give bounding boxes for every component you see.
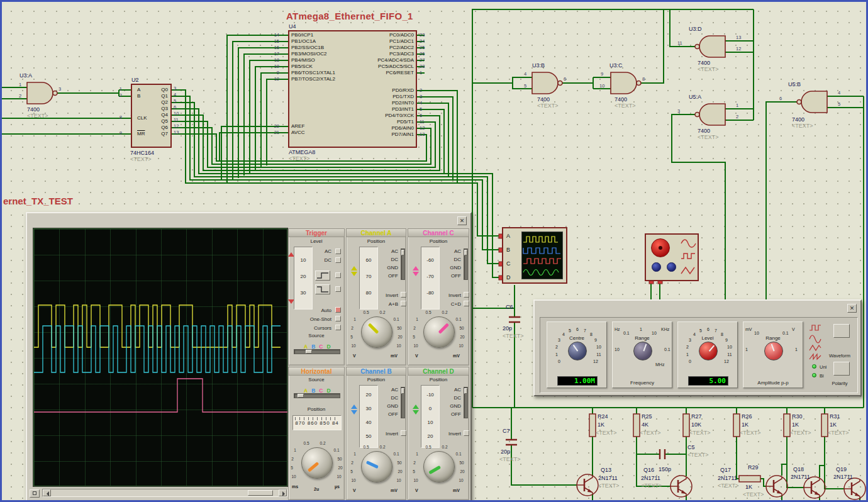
part-value: 1K — [598, 421, 604, 428]
falling-edge-select[interactable] — [335, 286, 341, 292]
close-icon[interactable]: ✕ — [457, 216, 467, 225]
resistor-r29[interactable] — [739, 476, 760, 482]
resistor-r25[interactable] — [633, 414, 640, 437]
polarity-button[interactable] — [833, 362, 850, 376]
part-text: <TEXT> — [743, 491, 764, 498]
u2-pin-num: 8 — [116, 114, 122, 120]
ac-button[interactable] — [335, 248, 341, 254]
gate-text: <TEXT> — [792, 123, 813, 129]
invert-button[interactable] — [401, 430, 406, 436]
pan-tool-button[interactable] — [30, 489, 40, 498]
invert-button[interactable] — [401, 292, 406, 298]
transistor-q16[interactable] — [670, 476, 692, 497]
scroll-left-icon[interactable] — [43, 489, 51, 496]
signal-generator-component[interactable] — [645, 233, 699, 281]
horizontal-source-slider[interactable] — [294, 393, 340, 398]
resistor-r24[interactable] — [589, 414, 596, 437]
transistor-q13[interactable] — [577, 474, 598, 496]
part-text: <TEXT> — [687, 452, 709, 458]
nand-gate-u5b[interactable] — [797, 91, 827, 113]
centre-dial: 0123456789101112 Centre 1.00M — [547, 321, 607, 388]
resistor-r31[interactable] — [821, 414, 828, 437]
transistor-q18[interactable] — [804, 477, 825, 498]
capacitor-c5[interactable] — [660, 449, 665, 459]
millivolt-unit: mV — [391, 488, 398, 493]
level-knob[interactable] — [699, 342, 718, 360]
part-ref: R29 — [748, 464, 759, 471]
nand-gate-u3d[interactable] — [695, 36, 725, 57]
falling-edge-button[interactable] — [315, 284, 330, 294]
part-text: <TEXT> — [598, 482, 620, 489]
capacitor-c7[interactable] — [506, 440, 517, 445]
nand-gate-u3a[interactable] — [27, 82, 57, 104]
part-ref: R24 — [598, 413, 608, 420]
trigger-source-slider[interactable] — [294, 349, 340, 354]
transistor-q17[interactable] — [766, 476, 787, 497]
coupling-slider[interactable] — [401, 387, 405, 418]
frequency-range-knob[interactable] — [633, 342, 652, 360]
position-down-arrow[interactable] — [413, 272, 419, 279]
scroll-right-icon[interactable] — [279, 489, 287, 496]
one-shot-button[interactable] — [335, 316, 341, 321]
coupling-labels: ACDCGNDOFF — [379, 386, 398, 418]
u2-text: <TEXT> — [130, 156, 152, 162]
position-up-arrow[interactable] — [351, 401, 357, 409]
generator-small-knob[interactable] — [652, 262, 661, 272]
invert-button[interactable] — [464, 292, 469, 298]
source-label: Source — [289, 333, 344, 338]
oscilloscope-screen — [33, 228, 287, 486]
rising-edge-select[interactable] — [335, 272, 341, 278]
u4-aref-numbers: 2021 — [270, 123, 279, 136]
centre-knob[interactable] — [568, 342, 587, 360]
u4-text: <TEXT> — [289, 155, 310, 162]
coupling-slider[interactable] — [401, 248, 405, 280]
transistor-q19[interactable] — [844, 478, 865, 499]
position-down-arrow[interactable] — [351, 272, 357, 279]
position-tape[interactable]: -1001020 — [421, 385, 440, 448]
resistor-r26[interactable] — [733, 414, 740, 437]
invert-button[interactable] — [464, 430, 469, 436]
generator-small-knob[interactable] — [667, 262, 676, 272]
cursors-button[interactable] — [335, 325, 341, 330]
coupling-slider[interactable] — [464, 248, 468, 280]
scrollbar-thumb[interactable] — [248, 490, 273, 496]
horizontal-position-tape[interactable]: 870 860 850 84 — [292, 415, 342, 430]
oscilloscope-component[interactable]: ABCD — [502, 227, 567, 284]
oscilloscope-window: ✕ Trigger Level 102030 AC DC Auto One-Sh… — [26, 212, 472, 502]
pin-num: 6 — [564, 76, 566, 82]
amplitude-range-knob[interactable] — [764, 342, 783, 360]
dc-button[interactable] — [335, 257, 341, 263]
trigger-level-tape[interactable]: 102030 — [294, 247, 313, 310]
mini-trace-yellow — [523, 237, 558, 242]
auto-button[interactable] — [335, 307, 341, 313]
u2-value: 74HC164 — [130, 150, 154, 156]
nand-gate-u3b[interactable] — [532, 72, 562, 94]
amplitude-range-dial: mV100.1V11 Range Amplitude p-p — [743, 321, 803, 388]
position-down-arrow[interactable] — [351, 410, 357, 418]
coupling-slider[interactable] — [464, 387, 468, 418]
position-up-arrow[interactable] — [413, 263, 419, 271]
close-icon[interactable]: ✕ — [847, 304, 857, 313]
sum-button[interactable] — [464, 301, 469, 306]
position-down-arrow[interactable] — [413, 410, 419, 418]
oscilloscope-channel-labels: ABCD — [506, 229, 511, 284]
position-tape[interactable]: 607080 — [359, 247, 378, 310]
part-value: 2N1711 — [598, 475, 618, 481]
u4-right-pin-names-bottom: PD0/RXDPD1/TXDPD2/INT0PD3/INT1PD4/T0/XCK… — [353, 87, 414, 138]
nand-gate-u3c[interactable] — [611, 72, 641, 94]
rising-edge-button[interactable] — [315, 271, 330, 281]
capacitor-c6[interactable] — [509, 317, 520, 322]
part-ref: C7 — [503, 428, 510, 434]
waveform-button[interactable] — [833, 324, 850, 338]
part-value: 2N1711 — [791, 474, 810, 480]
resistor-r27[interactable] — [683, 414, 689, 437]
proteus-schematic-canvas[interactable]: ATmega8_Ethernet_FIFO_1 ernet_TX_TEST U4… — [0, 0, 868, 502]
position-up-arrow[interactable] — [413, 401, 419, 409]
nand-gate-u5a[interactable] — [695, 104, 725, 125]
position-tape[interactable]: 20304050 — [359, 385, 378, 448]
resistor-r30[interactable] — [784, 414, 790, 437]
position-tape[interactable]: -60-70-80 — [421, 247, 440, 310]
position-up-arrow[interactable] — [351, 263, 357, 271]
sum-button[interactable] — [401, 301, 406, 306]
screen-scrollbar[interactable] — [42, 489, 287, 497]
